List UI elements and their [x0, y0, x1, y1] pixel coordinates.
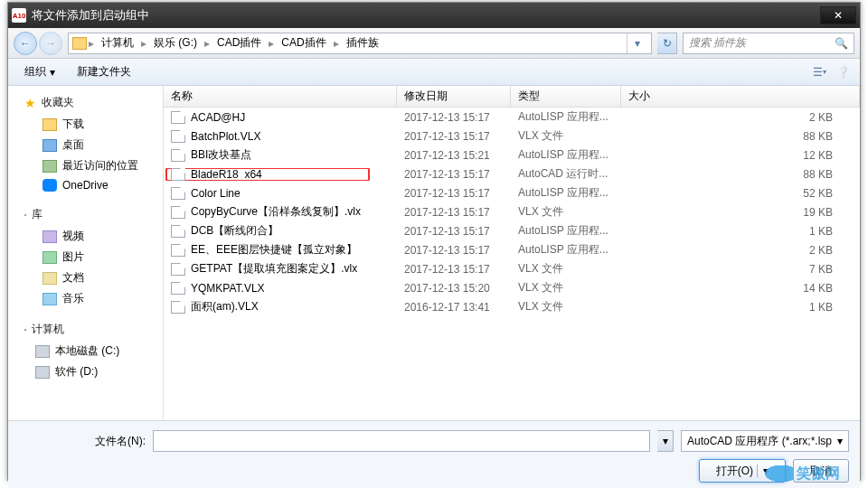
titlebar[interactable]: A10 将文件添加到启动组中 ✕ — [8, 3, 860, 28]
sidebar-libraries[interactable]: 库 — [8, 203, 163, 226]
chevron-right-icon: ▸ — [334, 37, 339, 50]
refresh-icon: ↻ — [663, 37, 672, 50]
file-date: 2017-12-13 15:17 — [397, 187, 511, 200]
chevron-down-icon: ▾ — [823, 68, 826, 76]
file-type: AutoLISP 应用程... — [511, 223, 621, 239]
file-size: 2 KB — [621, 111, 860, 124]
document-icon — [42, 272, 57, 285]
folder-icon — [72, 37, 87, 50]
search-input[interactable]: 搜索 插件族 🔍 — [683, 33, 854, 54]
file-date: 2016-12-17 13:41 — [397, 301, 511, 314]
chevron-right-icon: ▸ — [89, 37, 94, 50]
file-size: 88 KB — [621, 130, 860, 143]
chevron-down-icon: ▾ — [837, 435, 843, 447]
sidebar-item-music[interactable]: 音乐 — [8, 288, 163, 309]
file-row[interactable]: BBI改块基点2017-12-13 15:21AutoLISP 应用程...12… — [164, 145, 860, 164]
sidebar-favorites[interactable]: ★收藏夹 — [8, 91, 163, 114]
file-type: VLX 文件 — [511, 299, 621, 314]
breadcrumb-item[interactable]: CAD插件 — [276, 33, 331, 52]
back-button[interactable]: ← — [14, 32, 37, 55]
cancel-button[interactable]: 取消 — [793, 459, 849, 483]
new-folder-button[interactable]: 新建文件夹 — [68, 61, 140, 83]
file-name: Color Line — [191, 187, 241, 200]
chevron-down-icon: ▾ — [635, 37, 640, 50]
filename-dropdown[interactable]: ▾ — [657, 430, 674, 452]
file-type: VLX 文件 — [511, 261, 621, 277]
arrow-right-icon: → — [45, 37, 56, 50]
file-icon — [171, 263, 185, 276]
sidebar-item-disk-c[interactable]: 本地磁盘 (C:) — [8, 341, 163, 361]
file-row[interactable]: DCB【断线闭合】2017-12-13 15:17AutoLISP 应用程...… — [164, 221, 860, 240]
sidebar-item-videos[interactable]: 视频 — [8, 226, 163, 247]
window-title: 将文件添加到启动组中 — [32, 7, 818, 23]
close-icon: ✕ — [834, 9, 843, 22]
file-row[interactable]: CopyByCurve【沿样条线复制】.vlx2017-12-13 15:17V… — [164, 202, 860, 221]
file-row[interactable]: EE、EEE图层快捷键【孤立对象】2017-12-13 15:17AutoLIS… — [164, 240, 860, 259]
file-row[interactable]: YQMKPAT.VLX2017-12-13 15:20VLX 文件14 KB — [164, 278, 860, 297]
open-button[interactable]: 打开(O)▾ — [699, 459, 786, 483]
sidebar-item-onedrive[interactable]: OneDrive — [8, 176, 163, 194]
column-date[interactable]: 修改日期 — [397, 86, 511, 107]
breadcrumb-item[interactable]: CAD插件 — [212, 33, 267, 52]
download-icon — [42, 118, 57, 131]
filename-label: 文件名(N): — [19, 434, 146, 449]
filetype-select[interactable]: AutoCAD 应用程序 (*.arx;*.lsp▾ — [681, 430, 849, 452]
search-icon: 🔍 — [835, 37, 848, 50]
file-name: CopyByCurve【沿样条线复制】.vlx — [191, 204, 361, 220]
file-row[interactable]: BladeR18_x642017-12-13 15:17AutoCAD 运行时.… — [164, 164, 860, 183]
file-name: YQMKPAT.VLX — [191, 282, 265, 295]
breadcrumb-item[interactable]: 插件族 — [341, 33, 384, 52]
file-type: VLX 文件 — [511, 204, 621, 220]
filename-input[interactable] — [153, 430, 650, 452]
sidebar-computer[interactable]: 计算机 — [8, 318, 163, 341]
library-icon — [24, 214, 26, 216]
file-size: 7 KB — [621, 263, 860, 276]
breadcrumb-item[interactable]: 娱乐 (G:) — [148, 33, 203, 52]
dialog-window: A10 将文件添加到启动组中 ✕ ← → ▸ 计算机 ▸ 娱乐 (G:) ▸ C… — [7, 2, 861, 481]
view-options-button[interactable]: ☰▾ — [809, 62, 829, 82]
organize-button[interactable]: 组织 ▾ — [15, 61, 64, 83]
file-icon — [171, 168, 185, 181]
sidebar-item-downloads[interactable]: 下载 — [8, 114, 163, 135]
file-icon — [171, 244, 185, 257]
disk-icon — [35, 345, 50, 358]
dropdown-arrow[interactable]: ▾ — [627, 33, 647, 53]
file-type: AutoLISP 应用程... — [511, 242, 621, 258]
file-row[interactable]: Color Line2017-12-13 15:17AutoLISP 应用程..… — [164, 183, 860, 202]
navbar: ← → ▸ 计算机 ▸ 娱乐 (G:) ▸ CAD插件 ▸ CAD插件 ▸ 插件… — [8, 28, 860, 59]
close-button[interactable]: ✕ — [820, 6, 856, 24]
file-date: 2017-12-13 15:20 — [397, 282, 511, 295]
column-name[interactable]: 名称 — [164, 86, 397, 107]
help-button[interactable]: ❔ — [833, 62, 853, 82]
file-icon — [171, 225, 185, 238]
file-type: AutoCAD 运行时... — [511, 166, 621, 182]
file-row[interactable]: GETPAT【提取填充图案定义】.vlx2017-12-13 15:17VLX … — [164, 259, 860, 278]
sidebar-item-documents[interactable]: 文档 — [8, 267, 163, 288]
file-type: AutoLISP 应用程... — [511, 185, 621, 201]
file-size: 14 KB — [621, 282, 860, 295]
breadcrumb-item[interactable]: 计算机 — [96, 33, 139, 52]
music-icon — [42, 293, 57, 305]
column-size[interactable]: 大小 — [621, 86, 860, 107]
sidebar-item-desktop[interactable]: 桌面 — [8, 135, 163, 155]
sidebar-item-disk-d[interactable]: 软件 (D:) — [8, 361, 163, 382]
file-row[interactable]: BatchPlot.VLX2017-12-13 15:17VLX 文件88 KB — [164, 127, 860, 145]
file-row[interactable]: ACAD@HJ2017-12-13 15:17AutoLISP 应用程...2 … — [164, 108, 860, 127]
chevron-right-icon: ▸ — [204, 37, 210, 50]
column-type[interactable]: 类型 — [511, 86, 621, 107]
file-row[interactable]: 面积(am).VLX2016-12-17 13:41VLX 文件1 KB — [164, 297, 860, 316]
chevron-down-icon: ▾ — [663, 435, 668, 447]
location-bar[interactable]: ▸ 计算机 ▸ 娱乐 (G:) ▸ CAD插件 ▸ CAD插件 ▸ 插件族 ▾ — [68, 33, 652, 54]
file-icon — [171, 206, 185, 219]
forward-button[interactable]: → — [39, 32, 62, 55]
file-type: AutoLISP 应用程... — [511, 147, 621, 163]
file-date: 2017-12-13 15:17 — [397, 130, 511, 143]
file-name: DCB【断线闭合】 — [191, 223, 278, 239]
sidebar-item-recent[interactable]: 最近访问的位置 — [8, 155, 163, 176]
file-icon — [171, 149, 185, 162]
file-list[interactable]: ACAD@HJ2017-12-13 15:17AutoLISP 应用程...2 … — [164, 108, 860, 420]
file-date: 2017-12-13 15:17 — [397, 225, 511, 238]
file-type: VLX 文件 — [511, 128, 621, 144]
refresh-button[interactable]: ↻ — [657, 33, 677, 54]
sidebar-item-pictures[interactable]: 图片 — [8, 247, 163, 267]
